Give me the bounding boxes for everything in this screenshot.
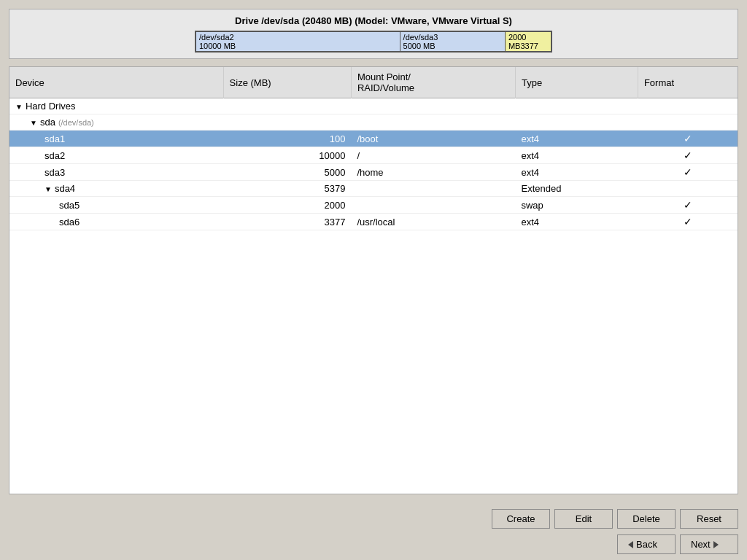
table-cell-type xyxy=(515,98,638,114)
table-cell-mount: /usr/local xyxy=(351,214,515,230)
back-button[interactable]: Back xyxy=(617,534,676,554)
table-cell-type: swap xyxy=(515,197,638,214)
format-checkmark: ✓ xyxy=(684,149,692,161)
create-button[interactable]: Create xyxy=(492,509,550,529)
col-format: Format xyxy=(638,67,738,98)
table-cell-device: sda5 xyxy=(9,197,223,214)
table-row[interactable]: ▼Hard Drives xyxy=(9,98,738,114)
table-row[interactable]: ▼sda45379Extended xyxy=(9,181,738,197)
table-cell-format: ✓ xyxy=(638,197,738,214)
table-row[interactable]: sda63377/usr/localext4✓ xyxy=(9,214,738,230)
reset-button[interactable]: Reset xyxy=(680,509,738,529)
edit-button[interactable]: Edit xyxy=(554,509,613,529)
partition-sda3[interactable]: /dev/sda3 5000 MB xyxy=(400,32,506,51)
device-label: sda5 xyxy=(59,200,80,211)
drive-diagram: Drive /dev/sda (20480 MB) (Model: VMware… xyxy=(9,9,738,59)
device-label: sda1 xyxy=(44,133,65,144)
table-cell-size: 5000 xyxy=(223,164,351,181)
table-row[interactable]: sda52000swap✓ xyxy=(9,197,738,214)
table-cell-format xyxy=(638,98,738,114)
table-cell-type: ext4 xyxy=(515,214,638,230)
table-cell-format xyxy=(638,181,738,197)
col-mount: Mount Point/RAID/Volume xyxy=(351,67,515,98)
table-row[interactable]: sda35000/homeext4✓ xyxy=(9,164,738,181)
table-cell-format: ✓ xyxy=(638,214,738,230)
table-cell-mount: /home xyxy=(351,164,515,181)
drive-partitions: /dev/sda2 10000 MB /dev/sda3 5000 MB /de… xyxy=(195,31,552,52)
table-cell-size xyxy=(223,98,351,114)
col-type: Type xyxy=(515,67,638,98)
device-label: sda xyxy=(40,117,55,128)
table-cell-type xyxy=(515,114,638,131)
table-cell-type: Extended xyxy=(515,181,638,197)
table-cell-size: 100 xyxy=(223,131,351,147)
format-checkmark: ✓ xyxy=(684,199,692,211)
table-cell-format xyxy=(638,114,738,131)
table-cell-device: sda1 xyxy=(9,131,223,147)
back-label: Back xyxy=(636,539,657,550)
table-header-row: Device Size (MB) Mount Point/RAID/Volume… xyxy=(9,67,738,98)
table-cell-device: ▼Hard Drives xyxy=(9,98,223,114)
table-cell-size: 2000 xyxy=(223,197,351,214)
next-button[interactable]: Next xyxy=(680,534,738,554)
table-cell-device: ▼sda4 xyxy=(9,181,223,197)
partition-sda3-label: /dev/sda3 xyxy=(403,33,438,42)
table-cell-type: ext4 xyxy=(515,164,638,181)
action-buttons: Create Edit Delete Reset xyxy=(9,509,738,529)
device-label: Hard Drives xyxy=(26,101,76,112)
table-cell-type: ext4 xyxy=(515,147,638,164)
table-row[interactable]: sda210000/ext4✓ xyxy=(9,147,738,164)
table-cell-size: 10000 xyxy=(223,147,351,164)
table-cell-device: sda6 xyxy=(9,214,223,230)
nav-buttons: Back Next xyxy=(9,534,738,554)
table-cell-device: ▼sda(/dev/sda) xyxy=(9,114,223,131)
back-arrow-icon xyxy=(628,541,633,548)
table-cell-mount xyxy=(351,114,515,131)
partition-sda6[interactable]: /dev/sda/dev/sda6 2000 MB3377 MB xyxy=(506,32,551,51)
format-checkmark: ✓ xyxy=(684,216,692,228)
table-row[interactable]: sda1100/bootext4✓ xyxy=(9,131,738,147)
partition-sda3-size: 5000 MB xyxy=(403,42,436,50)
device-sublabel: (/dev/sda) xyxy=(58,118,94,127)
tree-arrow: ▼ xyxy=(30,119,37,127)
format-checkmark: ✓ xyxy=(684,133,692,144)
device-label: sda4 xyxy=(55,183,75,194)
table-cell-mount: / xyxy=(351,147,515,164)
partition-sda2[interactable]: /dev/sda2 10000 MB xyxy=(196,32,400,51)
table-cell-format: ✓ xyxy=(638,147,738,164)
table-cell-device: sda3 xyxy=(9,164,223,181)
tree-arrow: ▼ xyxy=(44,185,52,193)
tree-arrow: ▼ xyxy=(15,103,23,111)
table-cell-format: ✓ xyxy=(638,131,738,147)
partition-sda2-label: /dev/sda2 xyxy=(199,33,234,42)
drive-title: Drive /dev/sda (20480 MB) (Model: VMware… xyxy=(235,15,512,26)
col-size: Size (MB) xyxy=(223,67,351,98)
delete-button[interactable]: Delete xyxy=(617,509,676,529)
bottom-bar: Create Edit Delete Reset Back Next xyxy=(0,503,747,560)
device-label: sda2 xyxy=(44,150,65,161)
partition-sda6-size: 2000 MB3377 MB xyxy=(508,33,548,51)
table-cell-size xyxy=(223,114,351,131)
partition-table: Device Size (MB) Mount Point/RAID/Volume… xyxy=(9,66,738,494)
next-label: Next xyxy=(691,539,711,550)
table-cell-format: ✓ xyxy=(638,164,738,181)
col-device: Device xyxy=(9,67,223,98)
partition-sda2-size: 10000 MB xyxy=(199,42,236,50)
table-row[interactable]: ▼sda(/dev/sda) xyxy=(9,114,738,131)
table-cell-mount xyxy=(351,98,515,114)
device-label: sda3 xyxy=(44,167,65,178)
table-cell-mount xyxy=(351,181,515,197)
table-cell-mount: /boot xyxy=(351,131,515,147)
table-cell-mount xyxy=(351,197,515,214)
table-cell-type: ext4 xyxy=(515,131,638,147)
format-checkmark: ✓ xyxy=(684,166,692,178)
table-cell-device: sda2 xyxy=(9,147,223,164)
table-cell-size: 5379 xyxy=(223,181,351,197)
table-cell-size: 3377 xyxy=(223,214,351,230)
next-arrow-icon xyxy=(713,541,719,548)
device-label: sda6 xyxy=(59,217,80,228)
